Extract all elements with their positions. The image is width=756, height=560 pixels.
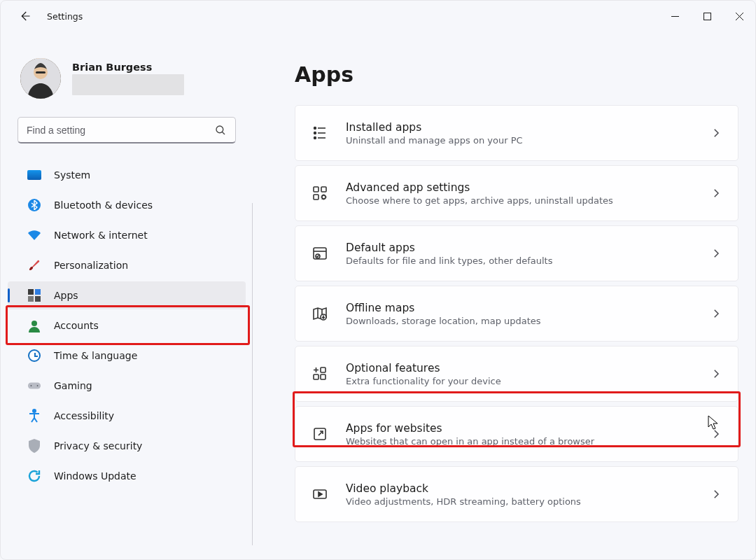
settings-window: Settings (0, 0, 756, 560)
sidebar-item-label: Bluetooth & devices (54, 200, 153, 211)
bluetooth-icon (27, 198, 41, 212)
card-title: Apps for websites (346, 422, 710, 435)
minimize-button[interactable] (659, 5, 691, 27)
grid-gear-icon (311, 184, 329, 202)
card-title: Video playback (346, 482, 710, 495)
sidebar-item-personalization[interactable]: Personalization (8, 251, 246, 279)
maximize-button[interactable] (691, 5, 723, 27)
chevron-right-icon (710, 127, 722, 139)
card-title: Default apps (346, 241, 710, 254)
svg-rect-26 (321, 368, 326, 372)
card-text: Advanced app settings Choose where to ge… (346, 181, 710, 206)
svg-rect-6 (28, 289, 34, 295)
sidebar-item-windows-update[interactable]: Windows Update (8, 462, 246, 490)
card-text: Default apps Defaults for file and link … (346, 241, 710, 266)
chevron-right-icon (710, 187, 722, 200)
sidebar-item-label: Windows Update (54, 470, 136, 482)
sidebar-item-label: System (54, 169, 90, 181)
accessibility-icon (27, 409, 41, 423)
grid-plus-icon (311, 365, 329, 383)
sidebar-item-accounts[interactable]: Accounts (8, 312, 246, 340)
svg-point-13 (37, 385, 38, 386)
card-subtitle: Uninstall and manage apps on your PC (346, 135, 710, 146)
svg-rect-4 (36, 71, 46, 74)
sidebar-item-accessibility[interactable]: Accessibility (8, 402, 246, 430)
svg-rect-11 (28, 382, 41, 388)
sidebar-item-system[interactable]: System (8, 161, 246, 189)
sidebar-item-label: Apps (54, 290, 78, 301)
search-icon (214, 124, 227, 136)
svg-rect-20 (314, 195, 318, 200)
card-title: Offline maps (346, 302, 710, 314)
sidebar-item-label: Gaming (54, 380, 92, 391)
card-subtitle: Choose where to get apps, archive apps, … (346, 195, 710, 206)
sidebar-item-label: Privacy & security (54, 440, 142, 451)
update-icon (27, 469, 41, 483)
chevron-right-icon (710, 368, 722, 380)
sidebar-item-apps[interactable]: Apps (8, 281, 246, 309)
page-title: Apps (295, 62, 738, 87)
svg-point-15 (314, 127, 316, 130)
chevron-right-icon (710, 488, 722, 500)
card-offline-maps[interactable]: Offline maps Downloads, storage location… (295, 286, 738, 342)
sidebar-item-time-language[interactable]: Time & language (8, 342, 246, 370)
svg-rect-1 (704, 13, 710, 20)
search-box[interactable] (18, 117, 236, 144)
profile-block[interactable]: Brian Burgess (1, 55, 253, 102)
svg-point-17 (314, 137, 316, 139)
apps-icon (27, 288, 41, 302)
card-optional-features[interactable]: Optional features Extra functionality fo… (295, 346, 738, 402)
video-icon (311, 485, 329, 503)
svg-point-14 (33, 410, 36, 412)
search-wrap (1, 102, 253, 149)
svg-point-16 (314, 132, 316, 134)
default-apps-icon (311, 244, 329, 262)
card-text: Optional features Extra functionality fo… (346, 362, 710, 386)
search-input[interactable] (27, 125, 214, 136)
card-subtitle: Video adjustments, HDR streaming, batter… (346, 496, 710, 507)
back-button[interactable] (15, 6, 34, 26)
card-advanced-app-settings[interactable]: Advanced app settings Choose where to ge… (295, 165, 738, 221)
card-text: Video playback Video adjustments, HDR st… (346, 482, 710, 507)
sidebar-item-label: Accessibility (54, 410, 114, 421)
sidebar-item-privacy-security[interactable]: Privacy & security (8, 432, 246, 460)
card-installed-apps[interactable]: Installed apps Uninstall and manage apps… (295, 105, 738, 161)
main-panel: Apps Installed apps Uninstall and manage… (253, 31, 755, 559)
chevron-right-icon (710, 247, 722, 260)
svg-rect-19 (321, 187, 326, 192)
svg-rect-18 (314, 187, 318, 192)
card-apps-for-websites[interactable]: Apps for websites Websites that can open… (295, 406, 738, 462)
profile-name: Brian Burgess (72, 62, 184, 73)
card-subtitle: Websites that can open in an app instead… (346, 436, 710, 447)
back-arrow-icon (18, 10, 31, 22)
card-video-playback[interactable]: Video playback Video adjustments, HDR st… (295, 466, 738, 522)
sidebar-item-label: Network & internet (54, 230, 148, 241)
card-text: Offline maps Downloads, storage location… (346, 302, 710, 326)
avatar (20, 58, 61, 99)
sidebar-item-label: Personalization (54, 260, 128, 271)
sidebar-item-label: Accounts (54, 320, 99, 331)
svg-rect-0 (671, 16, 679, 17)
maximize-icon (704, 13, 711, 20)
content-container: Brian Burgess System Bluetooth & device (1, 31, 755, 559)
card-title: Optional features (346, 362, 710, 374)
profile-text: Brian Burgess (72, 62, 184, 95)
sidebar-item-bluetooth[interactable]: Bluetooth & devices (8, 191, 246, 219)
card-title: Installed apps (346, 121, 710, 134)
close-button[interactable] (723, 5, 755, 27)
sidebar-item-gaming[interactable]: Gaming (8, 372, 246, 400)
card-text: Apps for websites Websites that can open… (346, 422, 710, 447)
system-icon (27, 168, 41, 182)
chevron-right-icon (710, 428, 722, 440)
card-default-apps[interactable]: Default apps Defaults for file and link … (295, 225, 738, 281)
open-external-icon (311, 425, 329, 443)
sidebar-item-network[interactable]: Network & internet (8, 221, 246, 249)
profile-email-redacted (72, 74, 184, 95)
paintbrush-icon (27, 258, 41, 272)
settings-cards: Installed apps Uninstall and manage apps… (295, 105, 738, 522)
svg-point-12 (31, 385, 32, 386)
chevron-right-icon (710, 307, 722, 320)
svg-rect-7 (35, 289, 41, 295)
clock-globe-icon (27, 349, 41, 363)
card-subtitle: Extra functionality for your device (346, 376, 710, 386)
